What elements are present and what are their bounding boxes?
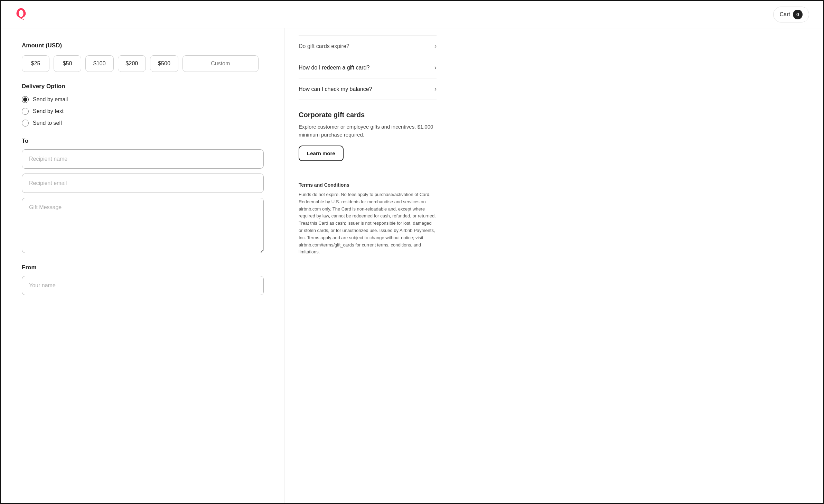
airbnb-logo[interactable]: [15, 8, 27, 21]
faq-question-balance: How can I check my balance?: [299, 86, 372, 92]
from-section: From: [22, 264, 264, 300]
corporate-title: Corporate gift cards: [299, 111, 437, 119]
delivery-text-label: Send by text: [33, 108, 64, 114]
main-content: Amount (USD) $25 $50 $100 $200 $500 Deli…: [1, 28, 823, 503]
cart-button[interactable]: Cart 0: [773, 7, 809, 22]
recipient-name-input[interactable]: [22, 149, 264, 169]
amount-btn-50[interactable]: $50: [54, 55, 81, 72]
faq-item-balance[interactable]: How can I check my balance? ›: [299, 78, 437, 100]
left-panel: Amount (USD) $25 $50 $100 $200 $500 Deli…: [1, 28, 284, 503]
to-label: To: [22, 138, 264, 144]
cart-count: 0: [793, 10, 803, 19]
right-panel: Do gift cards expire? › How do I redeem …: [284, 28, 450, 503]
cart-label: Cart: [780, 11, 790, 18]
learn-more-button[interactable]: Learn more: [299, 146, 344, 161]
faq-item-expire[interactable]: Do gift cards expire? ›: [299, 35, 437, 57]
amount-btn-200[interactable]: $200: [118, 55, 146, 72]
amount-btn-25[interactable]: $25: [22, 55, 49, 72]
recipient-email-input[interactable]: [22, 174, 264, 193]
faq-question-redeem: How do I redeem a gift card?: [299, 65, 369, 71]
to-section: To: [22, 138, 264, 254]
delivery-option-text[interactable]: Send by text: [22, 108, 264, 115]
amount-btn-100[interactable]: $100: [85, 55, 114, 72]
delivery-email-label: Send by email: [33, 96, 68, 103]
radio-text[interactable]: [22, 108, 29, 115]
chevron-balance-icon: ›: [434, 85, 437, 93]
chevron-expire-icon: ›: [434, 43, 437, 50]
faq-question-expire: Do gift cards expire?: [299, 43, 349, 49]
delivery-option-self[interactable]: Send to self: [22, 120, 264, 127]
delivery-title: Delivery Option: [22, 83, 264, 90]
terms-title: Terms and Conditions: [299, 182, 437, 188]
sender-name-input[interactable]: [22, 276, 264, 295]
gift-message-input[interactable]: [22, 198, 264, 253]
corporate-description: Explore customer or employee gifts and i…: [299, 123, 437, 139]
amount-btn-500[interactable]: $500: [150, 55, 178, 72]
amount-title: Amount (USD): [22, 42, 264, 49]
amount-custom-input[interactable]: [182, 55, 259, 72]
delivery-self-label: Send to self: [33, 120, 62, 126]
delivery-option-email[interactable]: Send by email: [22, 96, 264, 103]
terms-text: Funds do not expire. No fees apply to pu…: [299, 191, 437, 256]
amount-section: Amount (USD) $25 $50 $100 $200 $500: [22, 42, 264, 72]
faq-list: Do gift cards expire? › How do I redeem …: [299, 35, 437, 100]
radio-email[interactable]: [22, 96, 29, 103]
from-label: From: [22, 264, 264, 271]
terms-section: Terms and Conditions Funds do not expire…: [299, 182, 437, 256]
delivery-section: Delivery Option Send by email Send by te…: [22, 83, 264, 127]
chevron-redeem-icon: ›: [434, 64, 437, 71]
terms-link[interactable]: airbnb.com/terms/gift_cards: [299, 242, 354, 248]
delivery-radio-group: Send by email Send by text Send to self: [22, 96, 264, 127]
amount-buttons: $25 $50 $100 $200 $500: [22, 55, 264, 72]
terms-text-main: Funds do not expire. No fees apply to pu…: [299, 192, 436, 240]
header: Cart 0: [1, 1, 823, 28]
radio-self[interactable]: [22, 120, 29, 127]
faq-item-redeem[interactable]: How do I redeem a gift card? ›: [299, 57, 437, 78]
corporate-section: Corporate gift cards Explore customer or…: [299, 111, 437, 171]
